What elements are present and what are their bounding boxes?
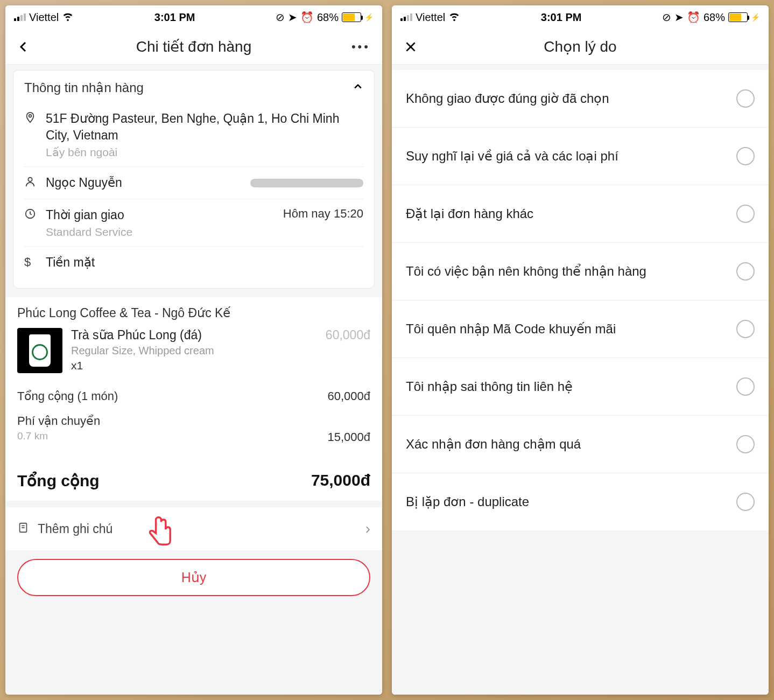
- reason-label: Tôi có việc bận nên không thể nhận hàng: [406, 264, 646, 279]
- address-note: Lấy bên ngoài: [46, 146, 363, 159]
- reason-label: Suy nghĩ lại về giá cả và các loại phí: [406, 149, 618, 164]
- battery-icon: [728, 12, 748, 22]
- cancel-reason-screen: Viettel 3:01 PM ⊘ ➤ ⏰ 68% ⚡ Chọn lý do K…: [392, 5, 769, 695]
- total-value: 75,000đ: [311, 471, 370, 490]
- reason-label: Tôi quên nhập Mã Code khuyến mãi: [406, 321, 616, 337]
- product-price: 60,000đ: [326, 328, 370, 342]
- radio-icon: [736, 89, 755, 108]
- collapse-toggle[interactable]: [353, 80, 363, 95]
- battery-percent: 68%: [703, 11, 725, 24]
- radio-icon: [736, 377, 755, 396]
- close-button[interactable]: [404, 40, 425, 54]
- reason-option[interactable]: Bị lặp đơn - duplicate: [392, 473, 769, 530]
- phone-redacted: [250, 179, 363, 187]
- charging-icon: ⚡: [364, 13, 374, 22]
- dollar-icon: $: [24, 254, 37, 269]
- subtotal-value: 60,000đ: [327, 389, 370, 403]
- person-icon: [24, 174, 37, 190]
- nav-header: Chọn lý do: [392, 29, 769, 65]
- note-icon: [17, 522, 29, 536]
- reason-option[interactable]: Xác nhận đơn hàng chậm quá: [392, 416, 769, 473]
- address-text: 51F Đường Pasteur, Ben Nghe, Quận 1, Ho …: [46, 110, 363, 144]
- location-icon: ➤: [288, 11, 297, 24]
- reason-label: Bị lặp đơn - duplicate: [406, 494, 529, 509]
- product-qty: x1: [71, 359, 317, 372]
- page-title: Chi tiết đơn hàng: [39, 38, 349, 55]
- customer-row: Ngọc Nguyễn: [24, 167, 363, 199]
- reason-label: Tôi nhập sai thông tin liên hệ: [406, 379, 573, 394]
- back-button[interactable]: [17, 40, 39, 53]
- orientation-lock-icon: ⊘: [662, 11, 671, 24]
- radio-icon: [736, 493, 755, 511]
- delivery-service: Standard Service: [46, 226, 132, 239]
- add-note-row[interactable]: Thêm ghi chú ›: [5, 501, 382, 550]
- status-time: 3:01 PM: [154, 11, 195, 24]
- payment-row: $ Tiền mặt: [24, 247, 363, 278]
- location-pin-icon: [24, 110, 37, 125]
- signal-icon: [400, 13, 412, 21]
- status-bar: Viettel 3:01 PM ⊘ ➤ ⏰ 68% ⚡: [5, 5, 382, 29]
- svg-point-0: [29, 115, 32, 117]
- shipping-distance: 0.7 km: [17, 430, 48, 444]
- subtotal-label: Tổng cộng (1 món): [17, 389, 118, 403]
- total-row: Tổng cộng 75,000đ: [5, 460, 382, 501]
- cancel-button[interactable]: Hủy: [17, 559, 370, 596]
- product-name: Trà sữa Phúc Long (đá): [71, 328, 317, 342]
- delivery-section-title: Thông tin nhận hàng: [24, 80, 144, 95]
- delivery-time-row: Thời gian giao Standard Service Hôm nay …: [24, 199, 363, 247]
- reason-label: Xác nhận đơn hàng chậm quá: [406, 437, 581, 452]
- shipping-value: 15,000đ: [327, 430, 370, 444]
- radio-icon: [736, 320, 755, 338]
- product-image: [17, 328, 62, 373]
- reason-label: Đặt lại đơn hàng khác: [406, 206, 533, 221]
- delivery-time-label: Thời gian giao: [46, 207, 132, 223]
- wifi-icon: [62, 10, 74, 25]
- clock-icon: [24, 207, 37, 222]
- product-row: Trà sữa Phúc Long (đá) Regular Size, Whi…: [17, 328, 370, 382]
- alarm-icon: ⏰: [687, 11, 700, 24]
- pointer-hand-icon: [145, 516, 175, 556]
- shipping-label: Phí vận chuyển: [17, 414, 100, 428]
- carrier-label: Viettel: [416, 11, 445, 24]
- merchant-section: Phúc Long Coffee & Tea - Ngô Đức Kế Trà …: [5, 297, 382, 382]
- radio-icon: [736, 205, 755, 223]
- chevron-right-icon: ›: [365, 520, 370, 537]
- battery-percent: 68%: [317, 11, 339, 24]
- page-title: Chọn lý do: [425, 38, 735, 55]
- signal-icon: [14, 13, 26, 21]
- order-detail-screen: Viettel 3:01 PM ⊘ ➤ ⏰ 68% ⚡ Chi tiết đơn…: [5, 5, 382, 695]
- reason-option[interactable]: Tôi nhập sai thông tin liên hệ: [392, 358, 769, 416]
- battery-icon: [342, 12, 361, 22]
- reason-label: Không giao được đúng giờ đã chọn: [406, 91, 609, 106]
- total-label: Tổng cộng: [17, 471, 100, 490]
- orientation-lock-icon: ⊘: [276, 11, 285, 24]
- price-summary: Tổng cộng (1 món) 60,000đ Phí vận chuyển…: [5, 382, 382, 460]
- reason-option[interactable]: Không giao được đúng giờ đã chọn: [392, 70, 769, 128]
- alarm-icon: ⏰: [300, 11, 314, 24]
- wifi-icon: [448, 10, 460, 25]
- status-time: 3:01 PM: [541, 11, 582, 24]
- radio-icon: [736, 147, 755, 165]
- radio-icon: [736, 262, 755, 281]
- merchant-name: Phúc Long Coffee & Tea - Ngô Đức Kế: [17, 306, 370, 320]
- reason-list: Không giao được đúng giờ đã chọn Suy ngh…: [392, 70, 769, 530]
- delivery-info-card: Thông tin nhận hàng 51F Đường Pasteur, B…: [13, 70, 375, 289]
- customer-name: Ngọc Nguyễn: [46, 174, 122, 191]
- reason-option[interactable]: Tôi quên nhập Mã Code khuyến mãi: [392, 300, 769, 358]
- charging-icon: ⚡: [751, 13, 760, 22]
- location-icon: ➤: [674, 11, 684, 24]
- note-label: Thêm ghi chú: [38, 522, 357, 536]
- status-bar: Viettel 3:01 PM ⊘ ➤ ⏰ 68% ⚡: [392, 5, 769, 29]
- svg-point-1: [28, 178, 32, 181]
- radio-icon: [736, 435, 755, 453]
- payment-method: Tiền mặt: [46, 254, 363, 271]
- product-desc: Regular Size, Whipped cream: [71, 345, 317, 357]
- delivery-time-value: Hôm nay 15:20: [283, 207, 363, 239]
- carrier-label: Viettel: [29, 11, 59, 24]
- address-row: 51F Đường Pasteur, Ben Nghe, Quận 1, Ho …: [24, 103, 363, 167]
- more-button[interactable]: •••: [349, 40, 370, 54]
- reason-option[interactable]: Suy nghĩ lại về giá cả và các loại phí: [392, 128, 769, 185]
- reason-option[interactable]: Tôi có việc bận nên không thể nhận hàng: [392, 243, 769, 300]
- nav-header: Chi tiết đơn hàng •••: [5, 29, 382, 65]
- reason-option[interactable]: Đặt lại đơn hàng khác: [392, 185, 769, 243]
